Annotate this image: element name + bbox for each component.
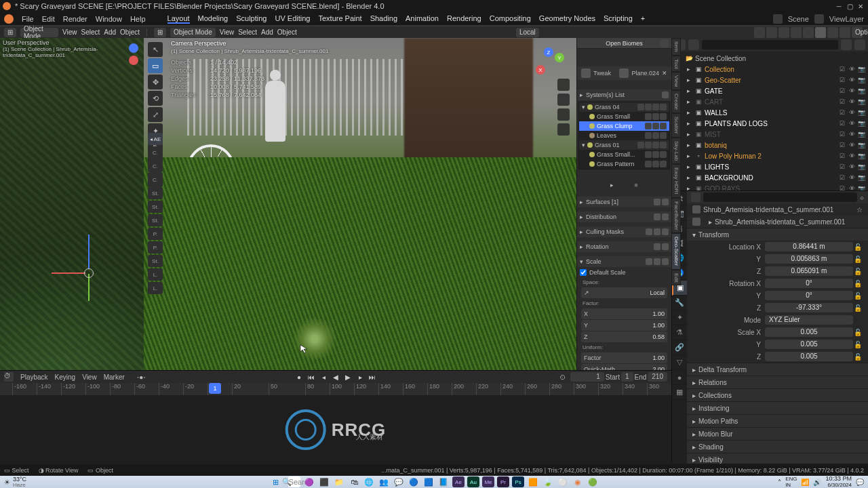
outliner-new-icon[interactable] bbox=[854, 39, 865, 50]
props-editor-icon[interactable] bbox=[691, 192, 701, 202]
render-icon[interactable]: 📷 bbox=[857, 98, 865, 106]
outliner-filter-icon[interactable] bbox=[841, 39, 852, 50]
ntab-view[interactable]: View bbox=[671, 72, 681, 90]
task-ps-icon[interactable]: Ps bbox=[512, 476, 524, 487]
task-app6-icon[interactable]: 🟢 bbox=[587, 476, 599, 487]
prop-panel-header[interactable]: ▸Shading bbox=[687, 441, 868, 453]
menu-render[interactable]: Render bbox=[63, 15, 87, 23]
object-name[interactable]: Shrub_Artemisia-tridentata_C_summer.001 bbox=[703, 206, 854, 214]
outliner-item[interactable]: ▸▫Low Poly Human 2☑👁📷 bbox=[672, 150, 868, 161]
systems-list-header[interactable]: ▸System(s) List bbox=[577, 89, 671, 100]
tray-wifi-icon[interactable]: 📶 bbox=[801, 479, 809, 486]
exclude-icon[interactable]: ☑ bbox=[838, 163, 846, 171]
play-rev-icon[interactable]: ◀ bbox=[331, 372, 340, 382]
outliner-item[interactable]: ▸▣GOD RAYS☑👁📷 bbox=[672, 183, 868, 190]
tool-move[interactable]: ✥ bbox=[148, 75, 163, 89]
plane-name[interactable]: Plane.024 bbox=[631, 70, 659, 77]
shading-rendered-icon[interactable] bbox=[840, 27, 850, 38]
eye-icon[interactable]: 👁 bbox=[848, 76, 856, 84]
tray-date[interactable]: 6/30/2024 bbox=[825, 482, 852, 488]
tray-up-icon[interactable]: ˄ bbox=[778, 479, 781, 486]
menu-help[interactable]: Help bbox=[130, 15, 146, 23]
tray-notif-icon[interactable]: 💬 bbox=[856, 479, 864, 486]
outliner-item[interactable]: ▸▣WALLS☑👁📷 bbox=[672, 107, 868, 118]
end-frame[interactable]: 210 bbox=[648, 372, 667, 382]
timeline-ruler[interactable]: -160-140-120-100-80-60-40-20020508010012… bbox=[0, 383, 671, 395]
menu-window[interactable]: Window bbox=[96, 15, 122, 23]
loc-z[interactable]: 0.065091 m bbox=[765, 266, 853, 276]
tl-view[interactable]: View bbox=[82, 373, 97, 381]
view-menu-r[interactable]: View bbox=[220, 28, 235, 36]
workspace-shading[interactable]: Shading bbox=[370, 14, 397, 24]
tree-root[interactable]: ▾ 📂 Scene Collection bbox=[672, 53, 868, 64]
biomes-menu-icon[interactable] bbox=[660, 39, 669, 47]
taskbar-search[interactable]: 🔍 Search bbox=[288, 476, 300, 487]
tray-lang[interactable]: ENGIN bbox=[785, 476, 797, 488]
system-item[interactable]: Grass Clump bbox=[579, 121, 669, 131]
menu-edit[interactable]: Edit bbox=[42, 15, 55, 23]
eye-icon[interactable]: 👁 bbox=[848, 98, 856, 106]
gizmo-ball-left[interactable] bbox=[129, 43, 138, 53]
ntab-item[interactable]: Item bbox=[671, 38, 681, 56]
t2[interactable]: C. bbox=[148, 146, 163, 159]
render-icon[interactable]: 📷 bbox=[857, 141, 865, 149]
snap-icon[interactable] bbox=[754, 27, 765, 38]
t9[interactable]: P. bbox=[148, 241, 163, 253]
scale-x[interactable]: 0.005 bbox=[765, 327, 853, 337]
playback-prev-icon[interactable]: ▸ bbox=[610, 182, 614, 188]
exclude-icon[interactable]: ☑ bbox=[838, 119, 846, 127]
t8[interactable]: P. bbox=[148, 228, 163, 240]
loc-x[interactable]: 0.86441 m bbox=[765, 242, 853, 251]
prop-panel-header[interactable]: ▸Relations bbox=[687, 376, 868, 388]
outliner-item[interactable]: ▸▣MIST☑👁📷 bbox=[672, 129, 868, 140]
render-icon[interactable]: 📷 bbox=[857, 119, 865, 127]
tl-keying[interactable]: Keying bbox=[55, 373, 76, 381]
eye-icon[interactable]: 👁 bbox=[848, 65, 856, 73]
camera-icon-c[interactable] bbox=[557, 108, 570, 121]
eye-icon[interactable]: 👁 bbox=[848, 174, 856, 182]
factor-x[interactable]: X1.00 bbox=[581, 308, 667, 319]
workspace-rendering[interactable]: Rendering bbox=[447, 14, 481, 24]
shading-solid-icon[interactable] bbox=[815, 27, 826, 38]
culling-header[interactable]: ▸Culling Masks bbox=[577, 226, 671, 237]
task-copilot-icon[interactable]: 🟣 bbox=[303, 476, 315, 487]
add-menu-l[interactable]: Add bbox=[104, 28, 116, 36]
editor-type-icon[interactable]: ⊞ bbox=[4, 28, 16, 37]
proportional-icon[interactable] bbox=[766, 27, 777, 38]
task-chrome-icon[interactable]: 🔵 bbox=[408, 476, 420, 487]
editor-type-icon-r[interactable]: ⊞ bbox=[154, 28, 166, 37]
workspace-scripting[interactable]: Scripting bbox=[604, 14, 633, 24]
select-menu-r[interactable]: Select bbox=[238, 28, 257, 36]
outliner-search[interactable] bbox=[702, 40, 838, 49]
task-me-icon[interactable]: Me bbox=[482, 476, 494, 487]
exclude-icon[interactable]: ☑ bbox=[838, 87, 846, 95]
playback-rec-icon[interactable]: ■ bbox=[634, 182, 637, 188]
tool-cursor[interactable]: ↖ bbox=[148, 42, 163, 57]
rot-y[interactable]: 0° bbox=[765, 291, 853, 300]
ntab-facebuilder[interactable]: FaceBuilder bbox=[671, 198, 681, 234]
render-icon[interactable]: 📷 bbox=[857, 184, 865, 190]
task-ae-icon[interactable]: Ae bbox=[452, 476, 465, 487]
workspace-geometry-nodes[interactable]: Geometry Nodes bbox=[539, 14, 595, 24]
exclude-icon[interactable]: ☑ bbox=[838, 108, 846, 117]
system-item[interactable]: Grass Pattern bbox=[579, 159, 669, 169]
task-teams-icon[interactable]: 👥 bbox=[378, 476, 390, 487]
tool-scale[interactable]: ⤢ bbox=[148, 107, 163, 122]
prop-panel-header[interactable]: ▸Instancing bbox=[687, 402, 868, 414]
task-app3-icon[interactable]: 🟧 bbox=[527, 476, 539, 487]
keyframe-next-icon[interactable]: ▸ bbox=[355, 372, 365, 382]
workspace-sculpting[interactable]: Sculpting bbox=[236, 14, 267, 24]
task-app5-icon[interactable]: ⚪ bbox=[557, 476, 569, 487]
props-pin-icon[interactable]: ⟐ bbox=[860, 194, 864, 201]
workspace-modeling[interactable]: Modeling bbox=[198, 14, 229, 24]
system-group[interactable]: ▾Grass 04 bbox=[579, 102, 669, 112]
timeline-track[interactable]: RRCG 人人素材 bbox=[0, 395, 671, 464]
exclude-icon[interactable]: ☑ bbox=[838, 65, 846, 73]
ntab-tool[interactable]: Tool bbox=[671, 56, 681, 73]
menu-file[interactable]: File bbox=[22, 15, 34, 23]
prop-panel-header[interactable]: ▸Delta Transform bbox=[687, 363, 868, 375]
keyframe-prev-icon[interactable]: ◂ bbox=[319, 372, 328, 382]
outliner-display-icon[interactable] bbox=[688, 39, 699, 50]
loc-y[interactable]: 0.005863 m bbox=[765, 254, 853, 264]
space-value[interactable]: ↗Local bbox=[581, 287, 667, 298]
